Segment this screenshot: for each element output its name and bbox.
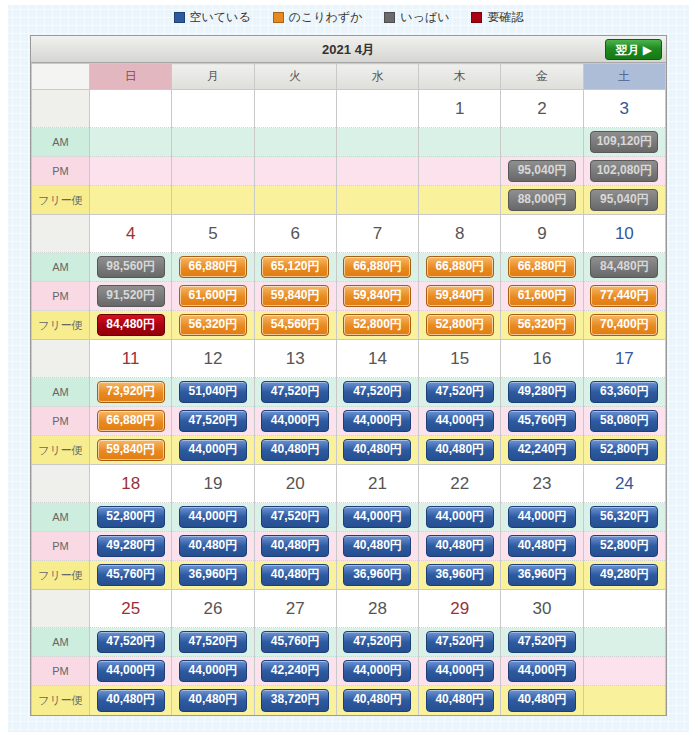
price-button-day11-free[interactable]: 59,840円 xyxy=(97,439,165,462)
price-button-day24-pm[interactable]: 52,800円 xyxy=(590,535,658,558)
price-button-day28-free[interactable]: 40,480円 xyxy=(343,689,411,712)
price-button-day10-free[interactable]: 70,400円 xyxy=(590,314,658,337)
price-button-day15-am[interactable]: 47,520円 xyxy=(426,381,494,404)
price-button-day26-am[interactable]: 47,520円 xyxy=(179,631,247,654)
price-button-day13-am[interactable]: 47,520円 xyxy=(261,381,329,404)
price-button-day12-pm[interactable]: 47,520円 xyxy=(179,410,247,433)
price-button-day2-free[interactable]: 88,000円 xyxy=(508,189,576,212)
price-button-day9-pm[interactable]: 61,600円 xyxy=(508,285,576,308)
slot-cell: 44,000円 xyxy=(419,657,501,686)
price-button-day13-free[interactable]: 40,480円 xyxy=(261,439,329,462)
price-button-day14-pm[interactable]: 44,000円 xyxy=(343,410,411,433)
next-month-button[interactable]: 翌月 ▶ xyxy=(605,39,662,60)
price-button-day18-free[interactable]: 45,760円 xyxy=(97,564,165,587)
price-button-day20-free[interactable]: 40,480円 xyxy=(261,564,329,587)
price-button-day6-pm[interactable]: 59,840円 xyxy=(261,285,329,308)
price-button-day17-free[interactable]: 52,800円 xyxy=(590,439,658,462)
price-button-day27-pm[interactable]: 42,240円 xyxy=(261,660,329,683)
day-cell-3: 3 xyxy=(583,90,665,128)
price-button-day9-free[interactable]: 56,320円 xyxy=(508,314,576,337)
price-button-day11-am[interactable]: 73,920円 xyxy=(97,381,165,404)
price-button-day12-am[interactable]: 51,040円 xyxy=(179,381,247,404)
price-button-day6-am[interactable]: 65,120円 xyxy=(261,256,329,279)
price-button-day19-am[interactable]: 44,000円 xyxy=(179,506,247,529)
price-button-day17-pm[interactable]: 58,080円 xyxy=(590,410,658,433)
price-button-day11-pm[interactable]: 66,880円 xyxy=(97,410,165,433)
price-button-day12-free[interactable]: 44,000円 xyxy=(179,439,247,462)
price-button-day18-pm[interactable]: 49,280円 xyxy=(97,535,165,558)
price-button-day25-free[interactable]: 40,480円 xyxy=(97,689,165,712)
price-button-day28-pm[interactable]: 44,000円 xyxy=(343,660,411,683)
price-button-day4-free[interactable]: 84,480円 xyxy=(97,314,165,337)
price-button-day5-free[interactable]: 56,320円 xyxy=(179,314,247,337)
price-button-day27-am[interactable]: 45,760円 xyxy=(261,631,329,654)
price-button-day7-am[interactable]: 66,880円 xyxy=(343,256,411,279)
price-button-day20-am[interactable]: 47,520円 xyxy=(261,506,329,529)
price-button-day30-free[interactable]: 40,480円 xyxy=(508,689,576,712)
price-button-day30-pm[interactable]: 44,000円 xyxy=(508,660,576,683)
price-button-day29-free[interactable]: 40,480円 xyxy=(426,689,494,712)
legend-item-few: のこりわずか xyxy=(273,9,363,26)
price-button-day6-free[interactable]: 54,560円 xyxy=(261,314,329,337)
price-button-day14-am[interactable]: 47,520円 xyxy=(343,381,411,404)
row-label-spacer xyxy=(32,465,90,503)
price-button-day23-pm[interactable]: 40,480円 xyxy=(508,535,576,558)
price-button-day5-am[interactable]: 66,880円 xyxy=(179,256,247,279)
price-button-day18-am[interactable]: 52,800円 xyxy=(97,506,165,529)
price-button-day5-pm[interactable]: 61,600円 xyxy=(179,285,247,308)
price-button-day26-pm[interactable]: 44,000円 xyxy=(179,660,247,683)
price-button-day15-free[interactable]: 40,480円 xyxy=(426,439,494,462)
price-button-day27-free[interactable]: 38,720円 xyxy=(261,689,329,712)
price-button-day8-am[interactable]: 66,880円 xyxy=(426,256,494,279)
price-button-day25-am[interactable]: 47,520円 xyxy=(97,631,165,654)
price-button-day16-pm[interactable]: 45,760円 xyxy=(508,410,576,433)
price-button-day14-free[interactable]: 40,480円 xyxy=(343,439,411,462)
price-button-day10-am[interactable]: 84,480円 xyxy=(590,256,658,279)
price-button-day21-pm[interactable]: 40,480円 xyxy=(343,535,411,558)
price-button-day2-pm[interactable]: 95,040円 xyxy=(508,160,576,183)
slot-row-pm: PM95,040円102,080円 xyxy=(32,157,666,186)
row-label-spacer xyxy=(32,340,90,378)
price-button-day20-pm[interactable]: 40,480円 xyxy=(261,535,329,558)
price-button-day15-pm[interactable]: 44,000円 xyxy=(426,410,494,433)
price-button-day29-pm[interactable]: 44,000円 xyxy=(426,660,494,683)
price-button-day3-pm[interactable]: 102,080円 xyxy=(590,160,658,183)
price-button-day16-am[interactable]: 49,280円 xyxy=(508,381,576,404)
price-button-day26-free[interactable]: 40,480円 xyxy=(179,689,247,712)
slot-cell: 66,880円 xyxy=(172,253,254,282)
price-button-day17-am[interactable]: 63,360円 xyxy=(590,381,658,404)
slot-cell xyxy=(583,686,665,715)
price-button-day23-am[interactable]: 44,000円 xyxy=(508,506,576,529)
price-button-day22-am[interactable]: 44,000円 xyxy=(426,506,494,529)
price-button-day21-am[interactable]: 44,000円 xyxy=(343,506,411,529)
price-button-day10-pm[interactable]: 77,440円 xyxy=(590,285,658,308)
slot-cell: 84,480円 xyxy=(90,311,172,340)
price-button-day3-am[interactable]: 109,120円 xyxy=(590,131,658,154)
price-button-day16-free[interactable]: 42,240円 xyxy=(508,439,576,462)
day-cell-15: 15 xyxy=(419,340,501,378)
price-button-day25-pm[interactable]: 44,000円 xyxy=(97,660,165,683)
price-button-day8-pm[interactable]: 59,840円 xyxy=(426,285,494,308)
available-swatch-icon xyxy=(174,12,185,23)
price-button-day24-am[interactable]: 56,320円 xyxy=(590,506,658,529)
price-button-day4-pm[interactable]: 91,520円 xyxy=(97,285,165,308)
price-button-day7-pm[interactable]: 59,840円 xyxy=(343,285,411,308)
price-button-day30-am[interactable]: 47,520円 xyxy=(508,631,576,654)
price-button-day28-am[interactable]: 47,520円 xyxy=(343,631,411,654)
price-button-day9-am[interactable]: 66,880円 xyxy=(508,256,576,279)
price-button-day3-free[interactable]: 95,040円 xyxy=(590,189,658,212)
price-button-day7-free[interactable]: 52,800円 xyxy=(343,314,411,337)
price-button-day22-free[interactable]: 36,960円 xyxy=(426,564,494,587)
price-button-day24-free[interactable]: 49,280円 xyxy=(590,564,658,587)
price-button-day19-pm[interactable]: 40,480円 xyxy=(179,535,247,558)
price-button-day22-pm[interactable]: 40,480円 xyxy=(426,535,494,558)
slot-cell: 58,080円 xyxy=(583,407,665,436)
price-button-day21-free[interactable]: 36,960円 xyxy=(343,564,411,587)
price-button-day13-pm[interactable]: 44,000円 xyxy=(261,410,329,433)
price-button-day8-free[interactable]: 52,800円 xyxy=(426,314,494,337)
price-button-day23-free[interactable]: 36,960円 xyxy=(508,564,576,587)
price-button-day19-free[interactable]: 36,960円 xyxy=(179,564,247,587)
price-button-day29-am[interactable]: 47,520円 xyxy=(426,631,494,654)
slot-cell xyxy=(419,157,501,186)
price-button-day4-am[interactable]: 98,560円 xyxy=(97,256,165,279)
